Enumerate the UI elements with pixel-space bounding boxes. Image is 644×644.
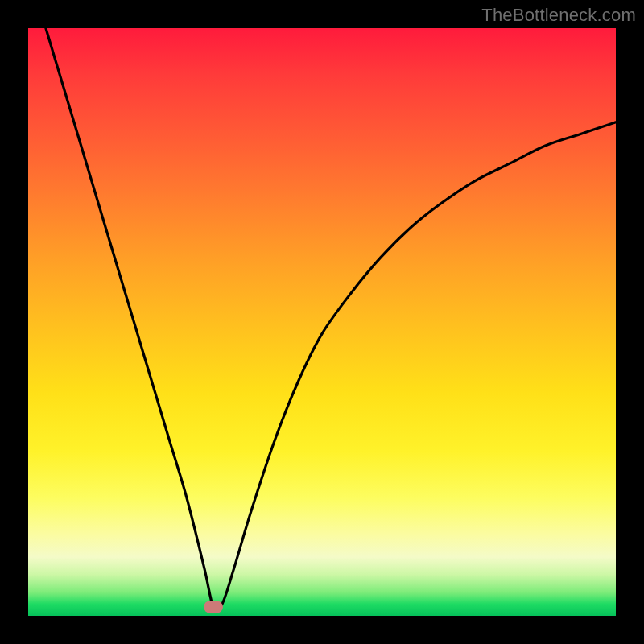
chart-frame: TheBottleneck.com xyxy=(0,0,644,644)
minimum-marker xyxy=(204,601,223,613)
bottleneck-curve xyxy=(28,28,616,616)
watermark-text: TheBottleneck.com xyxy=(481,5,636,26)
plot-area xyxy=(28,28,616,616)
